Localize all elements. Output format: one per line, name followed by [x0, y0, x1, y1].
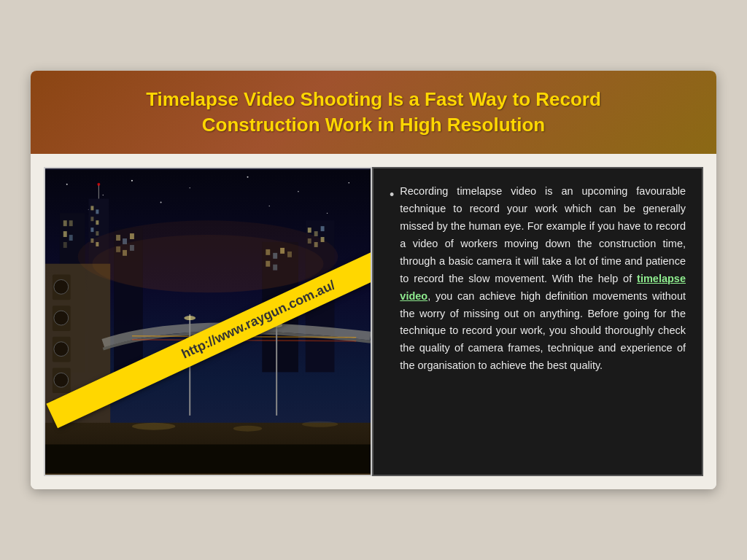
svg-point-64	[132, 423, 175, 430]
text-panel: • Recording timelapse video is an upcomi…	[372, 167, 703, 476]
timelapse-link[interactable]: timelapse video	[400, 273, 686, 302]
svg-point-11	[327, 213, 328, 214]
svg-rect-14	[69, 220, 73, 226]
slide-header: Timelapse Video Shooting Is a Fast Way t…	[31, 71, 716, 154]
svg-rect-45	[314, 231, 318, 236]
svg-point-69	[184, 316, 196, 320]
svg-rect-44	[308, 228, 311, 233]
city-image: http://www.raygun.com.au/	[45, 168, 371, 475]
image-panel: http://www.raygun.com.au/	[44, 167, 372, 476]
title-line2: Construction Work in High Resolution	[202, 114, 545, 136]
svg-point-66	[302, 421, 338, 427]
svg-point-65	[233, 426, 263, 432]
svg-point-28	[97, 183, 100, 186]
svg-rect-24	[96, 231, 98, 236]
svg-rect-20	[96, 209, 98, 214]
svg-rect-13	[63, 220, 67, 226]
svg-point-5	[247, 176, 249, 178]
svg-point-56	[54, 280, 69, 295]
svg-point-6	[298, 191, 299, 192]
content-paragraph: Recording timelapse video is an upcoming…	[400, 183, 686, 375]
slide-body: http://www.raygun.com.au/ • Recording ti…	[31, 154, 716, 489]
svg-rect-46	[321, 226, 325, 231]
svg-point-58	[54, 342, 69, 357]
svg-point-7	[348, 182, 349, 184]
svg-point-73	[92, 235, 323, 292]
svg-point-4	[190, 187, 190, 188]
svg-point-10	[268, 206, 270, 207]
svg-rect-67	[45, 445, 371, 474]
svg-point-57	[54, 311, 69, 325]
svg-rect-15	[63, 231, 67, 237]
svg-point-9	[160, 202, 162, 203]
slide-container: Timelapse Video Shooting Is a Fast Way t…	[31, 71, 716, 489]
content-list-item: • Recording timelapse video is an upcomi…	[390, 183, 686, 375]
svg-point-3	[131, 180, 133, 182]
svg-point-59	[54, 373, 69, 387]
svg-rect-22	[96, 220, 98, 225]
svg-rect-16	[69, 235, 73, 241]
cityscape-svg	[45, 168, 371, 475]
content-list: • Recording timelapse video is an upcomi…	[390, 183, 686, 375]
svg-point-2	[102, 195, 104, 196]
svg-point-1	[66, 184, 68, 185]
svg-rect-23	[90, 228, 93, 232]
svg-rect-21	[90, 217, 93, 221]
svg-rect-17	[63, 242, 67, 248]
slide-title: Timelapse Video Shooting Is a Fast Way t…	[53, 87, 694, 138]
svg-rect-19	[90, 206, 93, 211]
bullet-point: •	[390, 184, 394, 375]
title-line1: Timelapse Video Shooting Is a Fast Way t…	[146, 88, 601, 110]
